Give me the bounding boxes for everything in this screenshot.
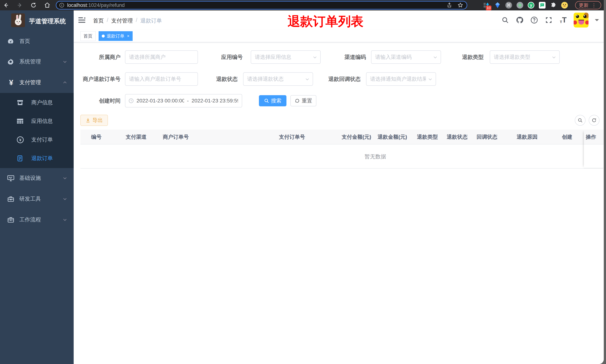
reload-icon[interactable] bbox=[30, 1, 37, 9]
merchant-refund-no-label: 商户退款订单号 bbox=[74, 72, 120, 86]
sidebar-item-devtools[interactable]: 研发工具 bbox=[0, 190, 74, 208]
breadcrumb-home[interactable]: 首页 bbox=[93, 17, 104, 25]
fullscreen-icon[interactable] bbox=[545, 16, 553, 24]
notify-status-select[interactable] bbox=[366, 72, 436, 86]
search-icon[interactable] bbox=[501, 16, 509, 24]
table-fixed-action-column: 操作 bbox=[584, 130, 604, 169]
channel-select[interactable] bbox=[371, 50, 441, 64]
col-action: 操作 bbox=[584, 130, 604, 144]
table-empty-row: 暂无数据 bbox=[80, 144, 603, 169]
home-icon[interactable] bbox=[43, 1, 51, 9]
extension-emoji-icon[interactable] bbox=[561, 2, 568, 9]
refresh-table-button[interactable] bbox=[589, 115, 599, 126]
site-info-icon[interactable] bbox=[59, 2, 65, 8]
merchant-refund-no-input[interactable] bbox=[125, 72, 198, 86]
col-pay-amount: 支付金额(元) bbox=[342, 130, 371, 144]
range-start[interactable]: 2022-01-23 00:00:00 bbox=[136, 98, 184, 104]
extension-kite-icon[interactable] bbox=[494, 2, 501, 9]
create-time-label: 创建时间 bbox=[74, 94, 120, 107]
sidebar-item-home[interactable]: 首页 bbox=[0, 32, 74, 51]
url-text: localhost:1024/pay/refund bbox=[67, 2, 125, 8]
monitor-icon bbox=[7, 174, 15, 182]
share-icon[interactable] bbox=[447, 2, 452, 8]
sidebar: 芋道管理系统 首页 系统管理 ¥ 支付管理 bbox=[0, 10, 74, 364]
sidebar-item-merchant-info[interactable]: 商户信息 bbox=[0, 93, 74, 112]
sidebar-item-pay[interactable]: ¥ 支付管理 bbox=[0, 73, 74, 92]
extension-blue-diamond-icon[interactable]: 10 bbox=[483, 2, 489, 9]
col-pay-order-no: 支付订单号 bbox=[279, 130, 305, 144]
refund-status-label: 退款状态 bbox=[191, 72, 238, 86]
toolbox-icon bbox=[7, 195, 15, 203]
sidebar-toggle-icon[interactable] bbox=[78, 16, 86, 24]
back-icon[interactable] bbox=[2, 1, 10, 9]
extension-chat-icon[interactable] bbox=[539, 2, 546, 9]
briefcase-icon bbox=[7, 216, 15, 223]
refund-status-select[interactable] bbox=[243, 72, 313, 86]
tag-close-icon[interactable]: × bbox=[127, 34, 130, 39]
merchant-input[interactable] bbox=[125, 50, 198, 64]
breadcrumb: 首页 / 支付管理 / 退款订单 bbox=[93, 17, 162, 25]
browser-window: localhost:1024/pay/refund 10 ⌘ y bbox=[0, 0, 604, 364]
chevron-up-icon bbox=[63, 80, 67, 85]
coin-yen-icon: ¥ bbox=[16, 136, 25, 144]
shop-icon bbox=[16, 99, 25, 106]
sidebar-logo-row[interactable]: 芋道管理系统 bbox=[0, 10, 74, 33]
chevron-down-icon bbox=[63, 176, 67, 181]
range-end[interactable]: 2022-01-23 23:59:59 bbox=[192, 98, 238, 104]
avatar[interactable] bbox=[574, 13, 589, 27]
forward-icon[interactable] bbox=[16, 1, 24, 9]
sidebar-item-pay-order[interactable]: ¥ 支付订单 bbox=[0, 130, 74, 149]
svg-text:¥: ¥ bbox=[19, 138, 21, 142]
notify-status-label: 退款回调状态 bbox=[314, 72, 361, 86]
extensions-puzzle-icon[interactable] bbox=[550, 2, 557, 9]
merchant-label: 所属商户 bbox=[74, 50, 120, 64]
clock-icon bbox=[128, 98, 134, 104]
chevron-down-icon bbox=[552, 55, 556, 60]
breadcrumb-current: 退款订单 bbox=[140, 17, 162, 25]
avatar-caret-icon[interactable] bbox=[595, 19, 599, 23]
active-dot bbox=[102, 35, 105, 38]
refund-type-select[interactable] bbox=[490, 50, 560, 64]
col-refund-status: 退款状态 bbox=[447, 130, 468, 144]
extension-green-dot-icon[interactable] bbox=[516, 2, 523, 9]
col-pay-channel: 支付渠道 bbox=[126, 130, 146, 144]
github-icon[interactable] bbox=[516, 16, 524, 24]
tag-refund-order[interactable]: 退款订单 × bbox=[99, 31, 133, 41]
page-title-annotation: 退款订单列表 bbox=[288, 13, 363, 30]
app-title: 芋道管理系统 bbox=[29, 17, 66, 26]
app-select[interactable] bbox=[251, 50, 321, 64]
url-bar[interactable]: localhost:1024/pay/refund bbox=[56, 1, 467, 10]
sidebar-item-system[interactable]: 系统管理 bbox=[0, 52, 74, 71]
chevron-down-icon bbox=[63, 217, 67, 222]
chrome-update-button[interactable]: 更新 ⋮ bbox=[575, 1, 601, 9]
show-search-toggle-button[interactable] bbox=[575, 115, 586, 126]
dashboard-icon bbox=[7, 38, 15, 45]
export-button[interactable]: 导出 bbox=[80, 115, 108, 126]
refund-type-label: 退款类型 bbox=[437, 50, 484, 64]
sidebar-item-refund-order[interactable]: 退款订单 bbox=[0, 149, 74, 168]
extension-command-icon[interactable]: ⌘ bbox=[505, 2, 512, 9]
tag-home[interactable]: 首页 bbox=[80, 31, 96, 41]
search-button[interactable]: 搜索 bbox=[259, 95, 287, 106]
help-icon[interactable] bbox=[530, 16, 538, 24]
sidebar-item-workflow[interactable]: 工作流程 bbox=[0, 210, 74, 229]
create-time-range-picker[interactable]: 2022-01-23 00:00:00 - 2022-01-23 23:59:5… bbox=[125, 94, 242, 107]
sidebar-item-infra[interactable]: 基础设施 bbox=[0, 169, 74, 187]
chevron-down-icon bbox=[313, 55, 317, 60]
grid-icon bbox=[16, 117, 25, 125]
chrome-menu-icon[interactable]: ⋮ bbox=[592, 4, 596, 6]
main-area: 首页 / 支付管理 / 退款订单 退款订单列表 bbox=[74, 10, 604, 364]
reset-button[interactable]: 重置 bbox=[290, 95, 316, 106]
sidebar-item-app-info[interactable]: 应用信息 bbox=[0, 112, 74, 130]
font-size-icon[interactable]: тT bbox=[559, 16, 567, 24]
bookmark-star-icon[interactable] bbox=[457, 2, 463, 8]
extension-y-icon[interactable]: y bbox=[528, 2, 534, 9]
browser-toolbar: localhost:1024/pay/refund 10 ⌘ y bbox=[0, 0, 604, 10]
col-refund-type: 退款类型 bbox=[417, 130, 438, 144]
col-refund-reason: 退款原因 bbox=[517, 130, 538, 144]
col-callback-status: 回调状态 bbox=[476, 130, 497, 144]
breadcrumb-pay[interactable]: 支付管理 bbox=[111, 17, 133, 25]
col-refund-amount: 退款金额(元) bbox=[378, 130, 407, 144]
empty-text: 暂无数据 bbox=[349, 144, 401, 169]
col-create-time: 创建时间 bbox=[562, 130, 572, 144]
